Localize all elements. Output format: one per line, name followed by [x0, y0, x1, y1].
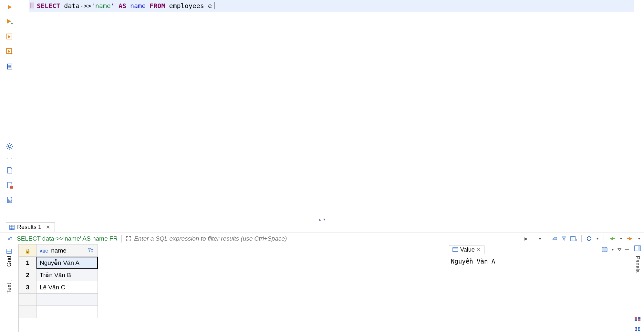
execute-script-icon[interactable] — [5, 32, 14, 41]
panels-label[interactable]: Panels — [634, 256, 641, 273]
settings-icon[interactable] — [5, 142, 14, 151]
type-badge: ABC — [40, 249, 48, 254]
row-number[interactable]: 3 — [19, 281, 36, 294]
next-dropdown-icon[interactable] — [638, 237, 641, 240]
apply-filter-icon[interactable] — [524, 236, 528, 241]
value-panel-icon — [452, 247, 458, 252]
results-tab[interactable]: Results 1 ✕ — [6, 222, 55, 232]
row-number[interactable]: 1 — [19, 257, 36, 269]
svg-rect-47 — [453, 248, 458, 249]
value-panel: Value ✕ Nguyễn Văn A — [447, 244, 631, 332]
book-icon[interactable] — [601, 247, 608, 252]
token-quote2: ' — [111, 2, 115, 10]
value-tab-label: Value — [460, 246, 475, 253]
editor-line-1[interactable]: SELECT data->>'name' AS name FROM employ… — [29, 0, 634, 12]
table-row[interactable]: 2 Trần Văn B — [19, 269, 98, 281]
close-icon[interactable]: ✕ — [46, 224, 50, 230]
token-table: employees — [169, 2, 204, 10]
token-alias: name — [130, 2, 146, 10]
explain-plan-icon[interactable] — [5, 62, 14, 71]
results-grid-container: 🔒 ABC name — [19, 244, 447, 332]
grid-icon — [9, 225, 15, 230]
erase-filter-icon[interactable] — [552, 236, 557, 241]
svg-marker-40 — [629, 237, 632, 240]
svg-rect-21 — [10, 186, 13, 189]
svg-text:{x}: {x} — [8, 199, 12, 202]
results-toolbar: ‹›T SELECT data->>'name' AS name FR — [0, 233, 644, 244]
text-view-tab[interactable]: Text ‹› — [5, 271, 14, 298]
svg-line-18 — [11, 148, 12, 149]
column-header-name[interactable]: ABC name — [36, 244, 98, 257]
svg-marker-30 — [538, 238, 542, 240]
minimize-icon[interactable] — [625, 248, 629, 251]
table-row[interactable]: 3 Lê Văn C — [19, 281, 98, 294]
cell-name[interactable]: Lê Văn C — [36, 281, 98, 294]
record-mode-icon[interactable] — [634, 326, 641, 332]
panels-toggle-icon[interactable] — [634, 245, 641, 251]
execute-new-tab-icon[interactable]: + — [5, 17, 14, 26]
filter-funnel-icon[interactable] — [561, 236, 566, 241]
svg-line-17 — [7, 144, 8, 145]
results-tab-label: Results 1 — [17, 224, 41, 231]
text-tab-label: Text — [6, 283, 13, 294]
svg-text:‹›T: ‹›T — [8, 237, 12, 241]
results-grid[interactable]: 🔒 ABC name — [19, 244, 98, 318]
token-op: ->> — [79, 2, 91, 10]
token-string: name — [95, 2, 111, 10]
token-select: SELECT — [37, 2, 60, 10]
book-dropdown-icon[interactable] — [611, 248, 614, 251]
cell-name[interactable]: Nguyễn Văn A — [36, 257, 98, 269]
prev-dropdown-icon[interactable] — [619, 237, 623, 240]
editor-left-toolbar: + + ···· {x} — [0, 0, 19, 217]
svg-marker-0 — [8, 5, 12, 9]
results-tabbar: Results 1 ✕ — [0, 222, 644, 233]
expand-icon[interactable] — [126, 236, 131, 242]
svg-line-20 — [11, 144, 12, 145]
save-script-icon[interactable] — [5, 181, 14, 190]
value-tab[interactable]: Value ✕ — [449, 245, 484, 254]
right-toolbar: Panels — [631, 244, 644, 332]
panels-config-icon[interactable] — [570, 236, 577, 241]
grid-tab-label: Grid — [6, 256, 13, 267]
svg-rect-56 — [635, 319, 637, 321]
execute-icon[interactable] — [5, 3, 14, 12]
execute-script-new-icon[interactable]: + — [5, 47, 14, 56]
history-dropdown-icon[interactable] — [538, 237, 542, 240]
sql-preview-icon: ‹›T — [8, 236, 14, 241]
svg-marker-35 — [596, 238, 599, 240]
filter-sort-icon[interactable] — [88, 248, 94, 253]
close-icon[interactable]: ✕ — [477, 247, 481, 253]
record-grid-icon[interactable] — [634, 316, 641, 322]
svg-point-12 — [8, 145, 11, 148]
next-page-icon[interactable] — [627, 236, 634, 241]
prev-page-icon[interactable] — [608, 236, 616, 241]
svg-rect-23 — [10, 225, 14, 230]
view-menu-icon[interactable] — [618, 248, 621, 251]
value-content[interactable]: Nguyễn Văn A — [447, 255, 631, 332]
token-from: FROM — [150, 2, 165, 10]
horizontal-splitter[interactable]: ▴▾ — [0, 217, 644, 222]
cell-empty — [36, 306, 98, 318]
svg-marker-41 — [638, 238, 640, 240]
table-row[interactable]: 1 Nguyễn Văn A — [19, 257, 98, 269]
refresh-dropdown-icon[interactable] — [596, 237, 599, 240]
cell-name[interactable]: Trần Văn B — [36, 269, 98, 281]
filter-input[interactable] — [134, 235, 521, 242]
sql-editor[interactable]: SELECT data->>'name' AS name FROM employ… — [19, 0, 644, 217]
token-table-alias: e — [208, 2, 212, 10]
query-preview: SELECT data->>'name' AS name FR — [17, 235, 118, 242]
load-script-icon[interactable] — [5, 166, 14, 175]
svg-point-58 — [635, 327, 637, 329]
grid-view-tab[interactable]: Grid — [5, 244, 14, 271]
lock-column-header[interactable]: 🔒 — [19, 244, 36, 257]
svg-point-59 — [638, 327, 640, 329]
token-ident: data — [64, 2, 79, 10]
token-quote: ' — [91, 2, 95, 10]
svg-rect-54 — [635, 317, 637, 319]
refresh-icon[interactable] — [586, 236, 592, 241]
variables-icon[interactable]: {x} — [5, 195, 14, 204]
cell-empty — [36, 294, 98, 306]
column-name: name — [51, 247, 67, 254]
row-number[interactable]: 2 — [19, 269, 36, 281]
svg-marker-6 — [8, 50, 10, 53]
